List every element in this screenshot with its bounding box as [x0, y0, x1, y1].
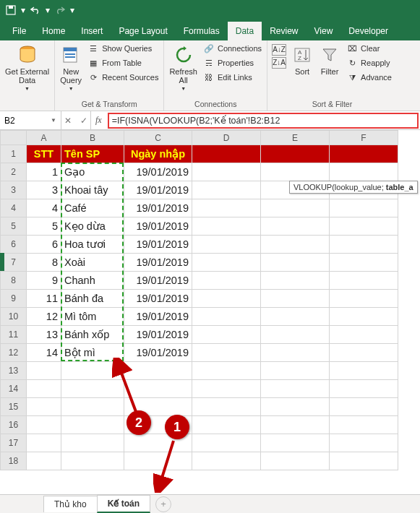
- cell[interactable]: [330, 199, 398, 217]
- col-header[interactable]: D: [192, 131, 261, 145]
- col-header[interactable]: A: [27, 131, 61, 145]
- cell[interactable]: [330, 290, 398, 308]
- cell[interactable]: [124, 452, 192, 470]
- enter-icon[interactable]: ✓: [80, 116, 87, 126]
- tab-insert[interactable]: Insert: [73, 22, 111, 40]
- cell[interactable]: Café: [61, 199, 124, 217]
- undo-icon[interactable]: [27, 2, 43, 18]
- cell[interactable]: [192, 290, 261, 308]
- qat-customize-icon[interactable]: ▾: [69, 2, 75, 18]
- cell[interactable]: [192, 236, 261, 254]
- cell[interactable]: [192, 145, 261, 163]
- cell[interactable]: 19/01/2019: [124, 272, 192, 290]
- col-header[interactable]: C: [124, 131, 192, 145]
- cell[interactable]: [261, 416, 330, 434]
- cell[interactable]: [330, 344, 398, 362]
- cell[interactable]: [192, 380, 261, 398]
- sort-button[interactable]: AZ Sort: [290, 42, 314, 78]
- cell[interactable]: Hoa tươi: [61, 236, 124, 254]
- cell[interactable]: [261, 217, 330, 236]
- edit-links-button[interactable]: ⛓Edit Links: [202, 71, 263, 84]
- get-external-data-button[interactable]: Get External Data ▼: [4, 42, 51, 94]
- cell[interactable]: Bánh đa: [61, 290, 124, 308]
- cell[interactable]: [261, 452, 330, 470]
- cell[interactable]: Gạo: [61, 163, 124, 181]
- cell[interactable]: 1: [27, 163, 61, 181]
- cell[interactable]: Kẹo dừa: [61, 217, 124, 236]
- advanced-button[interactable]: ⧩Advance: [345, 71, 393, 84]
- cell[interactable]: [27, 380, 61, 398]
- clear-filter-button[interactable]: ⌧Clear: [345, 42, 393, 55]
- undo-dropdown-icon[interactable]: ▾: [45, 2, 51, 18]
- cancel-icon[interactable]: ✕: [64, 116, 72, 126]
- cell[interactable]: [330, 272, 398, 290]
- cell[interactable]: [330, 163, 398, 181]
- row-header[interactable]: 13: [1, 362, 27, 380]
- cell[interactable]: [61, 416, 124, 434]
- cell[interactable]: 4: [27, 199, 61, 217]
- cell[interactable]: [192, 416, 261, 434]
- cell[interactable]: [330, 434, 398, 452]
- cell[interactable]: [261, 434, 330, 452]
- cell[interactable]: 19/01/2019: [124, 199, 192, 217]
- cell[interactable]: [61, 362, 124, 380]
- cell[interactable]: 19/01/2019: [124, 254, 192, 272]
- cell[interactable]: [261, 290, 330, 308]
- cell[interactable]: [192, 181, 261, 199]
- fx-icon[interactable]: fx: [91, 115, 106, 126]
- cell[interactable]: 19/01/2019: [124, 290, 192, 308]
- tab-page-layout[interactable]: Page Layout: [111, 22, 175, 40]
- cell[interactable]: [192, 344, 261, 362]
- cell[interactable]: 19/01/2019: [124, 326, 192, 344]
- reapply-button[interactable]: ↻Reapply: [345, 56, 393, 69]
- cell[interactable]: 19/01/2019: [124, 217, 192, 236]
- cell[interactable]: [192, 199, 261, 217]
- tab-home[interactable]: Home: [34, 22, 73, 40]
- cell[interactable]: [330, 416, 398, 434]
- sheet-tab-thukho[interactable]: Thủ kho: [43, 496, 98, 512]
- row-header[interactable]: 2: [1, 163, 27, 181]
- row-header[interactable]: 16: [1, 416, 27, 434]
- cell[interactable]: 19/01/2019: [124, 236, 192, 254]
- sort-az-button[interactable]: A↓Z Z↓A: [271, 42, 287, 71]
- cell[interactable]: STT: [27, 145, 61, 163]
- cell[interactable]: [61, 434, 124, 452]
- cell[interactable]: 8: [27, 254, 61, 272]
- cell[interactable]: 12: [27, 308, 61, 326]
- cell[interactable]: [192, 217, 261, 236]
- col-header[interactable]: E: [261, 131, 330, 145]
- row-header[interactable]: 11: [1, 326, 27, 344]
- tab-formulas[interactable]: Formulas: [176, 22, 228, 40]
- cell[interactable]: [124, 362, 192, 380]
- cell[interactable]: [192, 308, 261, 326]
- tab-review[interactable]: Review: [262, 22, 306, 40]
- cell[interactable]: [27, 398, 61, 416]
- cell[interactable]: [330, 326, 398, 344]
- cell[interactable]: Bột mì: [61, 344, 124, 362]
- cell[interactable]: Chanh: [61, 272, 124, 290]
- tab-developer[interactable]: Developer: [340, 22, 396, 40]
- add-sheet-button[interactable]: +: [155, 496, 171, 512]
- cell[interactable]: 19/01/2019: [124, 344, 192, 362]
- cell[interactable]: [192, 326, 261, 344]
- row-header[interactable]: 14: [1, 380, 27, 398]
- cell[interactable]: Mì tôm: [61, 308, 124, 326]
- cell[interactable]: 5: [27, 217, 61, 236]
- cell[interactable]: [261, 344, 330, 362]
- cell[interactable]: [261, 254, 330, 272]
- cell[interactable]: [261, 199, 330, 217]
- cell[interactable]: [124, 380, 192, 398]
- cell[interactable]: Bánh xốp: [61, 326, 124, 344]
- tab-file[interactable]: File: [4, 22, 34, 40]
- formula-input[interactable]: =IF(ISNA(VLOOKUP(B2;'Kế toán'!B2:B12: [108, 113, 419, 129]
- redo-icon[interactable]: [52, 2, 68, 18]
- sheet-tab-ketoan[interactable]: Kế toán: [97, 495, 150, 513]
- cell[interactable]: [27, 416, 61, 434]
- tab-view[interactable]: View: [307, 22, 341, 40]
- cell[interactable]: [61, 398, 124, 416]
- col-header[interactable]: B: [61, 131, 124, 145]
- cell[interactable]: [192, 272, 261, 290]
- cell[interactable]: 9: [27, 272, 61, 290]
- row-header[interactable]: 4: [1, 199, 27, 217]
- cell[interactable]: [330, 452, 398, 470]
